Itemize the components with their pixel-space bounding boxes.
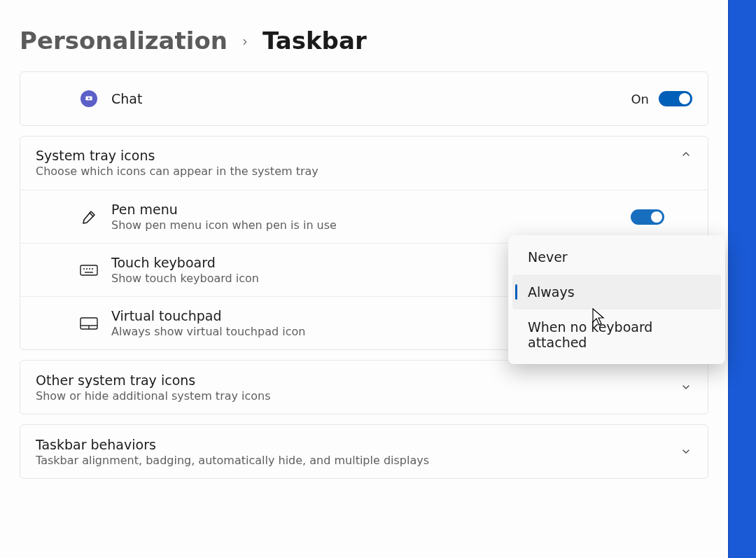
breadcrumb-current: Taskbar [262, 27, 367, 55]
pen-icon [79, 209, 99, 225]
chevron-right-icon [240, 30, 250, 51]
pen-menu-title: Pen menu [111, 202, 692, 217]
other-tray-header[interactable]: Other system tray icons Show or hide add… [20, 361, 708, 414]
pen-menu-subtitle: Show pen menu icon when pen is in use [111, 218, 692, 232]
other-tray-section: Other system tray icons Show or hide add… [20, 360, 708, 414]
chevron-down-icon [680, 381, 692, 393]
cursor-icon [592, 308, 606, 326]
svg-point-1 [88, 97, 90, 99]
chat-label: Chat [111, 91, 631, 106]
system-tray-subtitle: Choose which icons can appear in the sys… [36, 165, 671, 178]
menu-option-always[interactable]: Always [512, 274, 721, 309]
touch-keyboard-dropdown: Never Always When no keyboard attached [508, 235, 725, 364]
pen-menu-toggle[interactable] [631, 209, 664, 225]
breadcrumb-parent[interactable]: Personalization [20, 27, 227, 55]
menu-option-when-no-keyboard[interactable]: When no keyboard attached [512, 309, 721, 360]
system-tray-header[interactable]: System tray icons Choose which icons can… [20, 137, 708, 190]
touchpad-icon [79, 316, 99, 330]
chat-state-label: On [631, 92, 649, 106]
taskbar-behaviors-subtitle: Taskbar alignment, badging, automaticall… [36, 454, 671, 467]
chevron-down-icon [680, 445, 692, 458]
taskbar-behaviors-title: Taskbar behaviors [36, 437, 671, 452]
other-tray-title: Other system tray icons [36, 372, 671, 388]
breadcrumb: Personalization Taskbar [20, 27, 708, 55]
menu-option-never[interactable]: Never [512, 239, 721, 274]
chat-section: Chat On [20, 71, 708, 126]
chevron-up-icon [680, 148, 692, 160]
chat-toggle[interactable] [659, 91, 692, 106]
taskbar-behaviors-header[interactable]: Taskbar behaviors Taskbar alignment, bad… [20, 425, 708, 478]
svg-rect-2 [80, 265, 97, 275]
keyboard-icon [79, 263, 99, 277]
desktop-background [728, 0, 756, 558]
other-tray-subtitle: Show or hide additional system tray icon… [36, 389, 671, 403]
chat-icon [79, 90, 99, 107]
taskbar-behaviors-section: Taskbar behaviors Taskbar alignment, bad… [20, 424, 708, 479]
system-tray-title: System tray icons [36, 148, 671, 163]
chat-row[interactable]: Chat On [20, 72, 708, 125]
